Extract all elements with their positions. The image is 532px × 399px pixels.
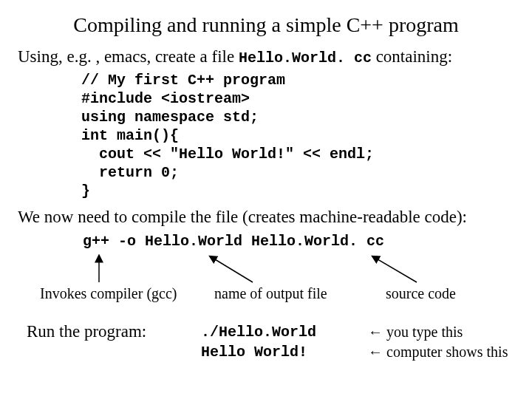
run-notes: ← you type this ← computer shows this	[368, 322, 508, 362]
intro-line: Using, e.g. , emacs, create a file Hello…	[18, 47, 514, 66]
slide-title: Compiling and running a simple C++ progr…	[18, 13, 514, 37]
annotation-source: source code	[386, 285, 456, 302]
run-command: ./Hello.World	[201, 324, 316, 341]
annotation-output: name of output file	[214, 285, 327, 302]
intro-filename: Hello.World. cc	[239, 50, 372, 66]
run-code: ./Hello.World Hello World!	[201, 322, 368, 362]
run-output: Hello World!	[201, 344, 307, 361]
slide: Compiling and running a simple C++ progr…	[0, 0, 532, 399]
compile-text: We now need to compile the file (creates…	[18, 208, 514, 227]
annotation-compiler: Invokes compiler (gcc)	[40, 285, 177, 302]
svg-line-2	[374, 257, 417, 282]
run-label: Run the program:	[18, 322, 201, 362]
compile-command: g++ -o Hello.World Hello.World. cc	[83, 233, 514, 250]
svg-line-1	[211, 257, 253, 282]
program-code: // My first C++ program #include <iostre…	[81, 71, 514, 200]
run-note-shows: ← computer shows this	[368, 344, 508, 360]
intro-prefix: Using, e.g. , emacs, create a file	[18, 47, 239, 66]
intro-suffix: containing:	[372, 47, 452, 66]
run-note-type: ← you type this	[368, 324, 463, 340]
run-row: Run the program: ./Hello.World Hello Wor…	[18, 322, 514, 362]
annotation-row: Invokes compiler (gcc) name of output fi…	[18, 253, 514, 310]
